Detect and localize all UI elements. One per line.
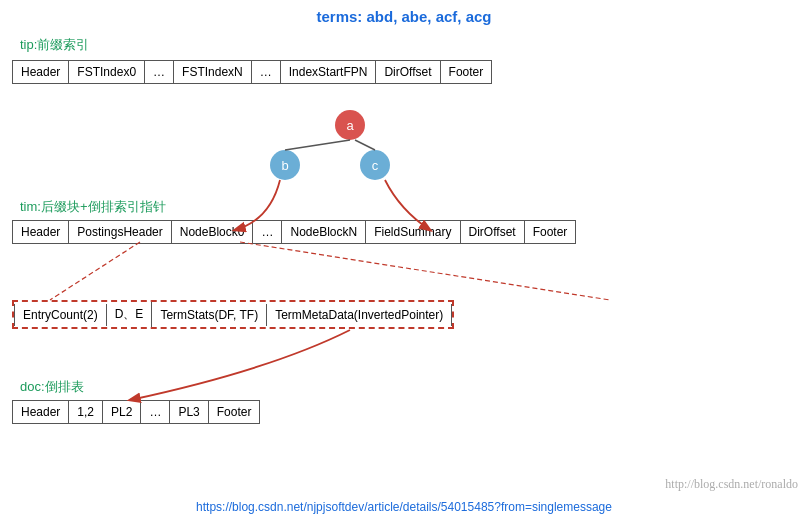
cell-nodeblock0: NodeBlock0: [172, 220, 254, 244]
cell-dots1-r1: …: [145, 60, 174, 84]
tip-label: tip:前缀索引: [20, 36, 89, 54]
row1-fst-index: Header FSTIndex0 … FSTIndexN … IndexStar…: [12, 60, 492, 84]
cell-de: D、E: [107, 302, 153, 327]
cell-dots-r2: …: [253, 220, 282, 244]
row3-nodeblock-expanded: EntryCount(2) D、E TermStats(DF, TF) Term…: [12, 300, 454, 329]
cell-dots-r4: …: [141, 400, 170, 424]
tim-label: tim:后缀块+倒排索引指针: [20, 198, 166, 216]
cell-fstindexn: FSTIndexN: [174, 60, 252, 84]
cell-footer-r4: Footer: [209, 400, 261, 424]
cell-dots2-r1: …: [252, 60, 281, 84]
svg-line-3: [240, 242, 610, 300]
cell-header-r4: Header: [12, 400, 69, 424]
node-a: a: [335, 110, 365, 140]
cell-diroffset-r2: DirOffset: [461, 220, 525, 244]
cell-entrycount: EntryCount(2): [14, 304, 107, 326]
cell-postingsheader: PostingsHeader: [69, 220, 171, 244]
node-c: c: [360, 150, 390, 180]
cell-indexstartfpn: IndexStartFPN: [281, 60, 377, 84]
doc-label: doc:倒排表: [20, 378, 84, 396]
svg-line-2: [50, 242, 140, 300]
cell-pl2: PL2: [103, 400, 141, 424]
svg-line-0: [285, 140, 350, 150]
cell-fstindex0: FSTIndex0: [69, 60, 145, 84]
main-container: terms: abd, abe, acf, acg tip:前缀索引 Heade…: [0, 0, 808, 522]
cell-termstats: TermStats(DF, TF): [152, 304, 267, 326]
cell-diroffset-r1: DirOffset: [376, 60, 440, 84]
row2-tim-index: Header PostingsHeader NodeBlock0 … NodeB…: [12, 220, 576, 244]
row4-doc-inverted: Header 1,2 PL2 … PL3 Footer: [12, 400, 260, 424]
cell-fieldsummary: FieldSummary: [366, 220, 460, 244]
cell-footer-r2: Footer: [525, 220, 577, 244]
cell-header-r2: Header: [12, 220, 69, 244]
cell-12: 1,2: [69, 400, 103, 424]
cell-pl3: PL3: [170, 400, 208, 424]
cell-footer-r1: Footer: [441, 60, 493, 84]
cell-header-r1: Header: [12, 60, 69, 84]
page-title: terms: abd, abe, acf, acg: [316, 8, 491, 25]
footer-url[interactable]: https://blog.csdn.net/njpjsoftdev/articl…: [196, 500, 612, 514]
watermark: http://blog.csdn.net/ronaldo: [665, 477, 798, 492]
node-b: b: [270, 150, 300, 180]
cell-nodeblockn: NodeBlockN: [282, 220, 366, 244]
svg-line-1: [355, 140, 375, 150]
cell-termmetadata: TermMetaData(InvertedPointer): [267, 304, 452, 326]
